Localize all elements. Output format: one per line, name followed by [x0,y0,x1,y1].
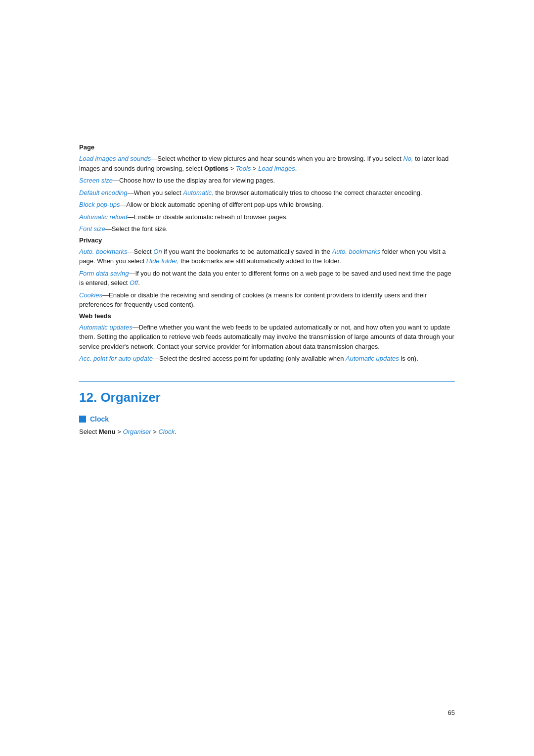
load-images-loadimg: Load images [258,165,295,172]
load-images-sep1: > [228,165,236,172]
default-encoding-para: Default encoding—When you select Automat… [79,188,455,198]
privacy-section-heading: Privacy [79,236,455,244]
load-images-term[interactable]: Load images and sounds [79,155,151,162]
auto-bookmarks-term[interactable]: Auto. bookmarks [79,248,128,255]
page-section: Page Load images and sounds—Select wheth… [79,143,455,234]
content-area: Page Load images and sounds—Select wheth… [0,0,534,538]
default-encoding-dash: — [128,189,134,196]
acc-point-auto-updates: Automatic updates [346,355,399,362]
clock-link: Clock [158,428,175,435]
auto-updates-para: Automatic updates—Define whether you wan… [79,323,455,352]
form-data-para: Form data saving—If you do not want the … [79,269,455,288]
screen-size-dash: — [113,177,119,184]
chapter-number: 12 [79,390,93,405]
block-popups-term[interactable]: Block pop-ups [79,201,120,208]
auto-bookmarks-folder: Auto. bookmarks [332,248,381,255]
auto-bookmarks-on: On [153,248,162,255]
acc-point-body2: is on). [399,355,418,362]
load-images-body: Select whether to view pictures and hear… [157,155,403,162]
auto-updates-term[interactable]: Automatic updates [79,324,133,331]
webfeeds-section-heading: Web feeds [79,312,455,320]
privacy-section: Privacy Auto. bookmarks—Select On if you… [79,236,455,310]
clock-instruction-prefix: Select [79,428,99,435]
page-section-heading: Page [79,143,455,151]
block-popups-dash: — [120,201,126,208]
chapter-section: 12. Organizer Clock Select Menu > Organi… [79,381,455,437]
acc-point-para: Acc. point for auto-update—Select the de… [79,354,455,364]
font-size-dash: — [105,225,112,233]
chapter-title: 12. Organizer [79,390,455,405]
clock-square-icon [79,416,86,423]
auto-reload-para: Automatic reload—Enable or disable autom… [79,212,455,222]
font-size-body: Select the font size. [112,225,168,233]
form-data-term[interactable]: Form data saving [79,270,129,277]
auto-reload-term[interactable]: Automatic reload [79,213,128,221]
acc-point-term[interactable]: Acc. point for auto-update [79,355,153,362]
load-images-dash: — [151,155,157,162]
load-images-body3: . [295,165,297,172]
auto-bookmarks-body2: if you want the bookmarks to be automati… [162,248,332,255]
clock-sep1: > [116,428,123,435]
block-popups-body: Allow or block automatic opening of diff… [126,201,323,208]
acc-point-dash: — [153,355,159,362]
default-encoding-auto: Automatic, [183,189,213,196]
clock-subsection-title: Clock [90,415,109,423]
auto-bookmarks-body: Select [134,248,154,255]
clock-sep2: > [151,428,159,435]
form-data-body2: . [138,279,140,286]
auto-bookmarks-para: Auto. bookmarks—Select On if you want th… [79,247,455,266]
page-container: Page Load images and sounds—Select wheth… [0,0,534,756]
chapter-divider [79,381,455,382]
clock-menu: Menu [99,428,116,435]
load-images-tools: Tools [236,165,251,172]
screen-size-term[interactable]: Screen size [79,177,113,184]
cookies-dash: — [102,291,109,299]
font-size-term[interactable]: Font size [79,225,105,233]
auto-reload-body: Enable or disable automatic refresh of b… [134,213,288,221]
form-data-off: Off [130,279,138,286]
acc-point-body: Select the desired access point for upda… [159,355,346,362]
clock-organiser: Organiser [123,428,151,435]
cookies-term[interactable]: Cookies [79,291,102,299]
cookies-para: Cookies—Enable or disable the receiving … [79,290,455,310]
clock-suffix: . [175,428,177,435]
webfeeds-section: Web feeds Automatic updates—Define wheth… [79,312,455,364]
auto-reload-dash: — [128,213,134,221]
screen-size-para: Screen size—Choose how to use the displa… [79,176,455,186]
font-size-para: Font size—Select the font size. [79,224,455,234]
page-number: 65 [448,709,455,716]
screen-size-body: Choose how to use the display area for v… [119,177,275,184]
auto-bookmarks-dash: — [128,248,134,255]
block-popups-para: Block pop-ups—Allow or block automatic o… [79,200,455,210]
load-images-sep2: > [251,165,258,172]
clock-subsection-heading: Clock [79,415,455,423]
default-encoding-term[interactable]: Default encoding [79,189,128,196]
default-encoding-body: When you select [134,189,183,196]
load-images-para: Load images and sounds—Select whether to… [79,154,455,173]
auto-bookmarks-body4: the bookmarks are still automatically ad… [179,257,341,265]
load-images-options: Options [204,165,228,172]
default-encoding-body2: the browser automatically tries to choos… [214,189,422,196]
clock-instruction: Select Menu > Organiser > Clock. [79,427,455,437]
load-images-no: No, [403,155,413,162]
auto-bookmarks-hide: Hide folder, [146,257,179,265]
cookies-body: Enable or disable the receiving and send… [79,291,427,309]
form-data-dash: — [129,270,135,277]
chapter-name: Organizer [100,390,160,405]
auto-updates-dash: — [133,324,139,331]
